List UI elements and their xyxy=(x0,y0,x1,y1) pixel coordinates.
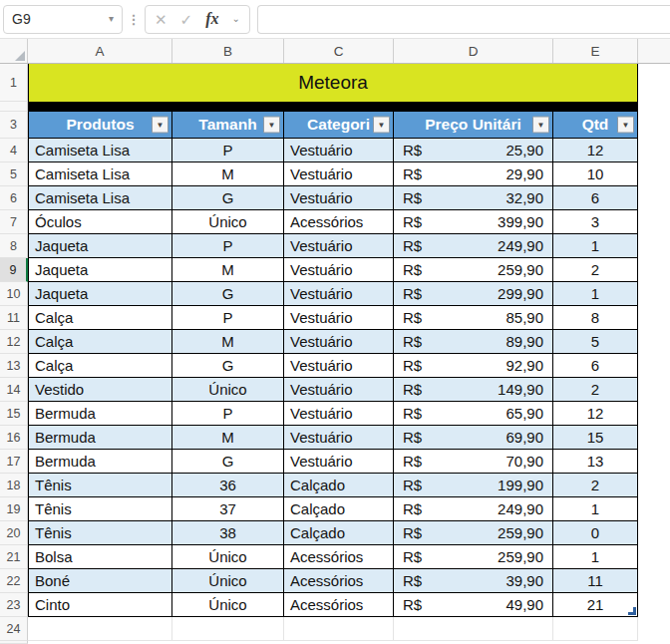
cell-categoria[interactable]: Calçado xyxy=(284,521,394,545)
row-header[interactable]: 20 xyxy=(0,521,28,545)
cell-produto[interactable]: Calça xyxy=(28,306,172,330)
row-header[interactable]: 8 xyxy=(0,234,28,258)
cell-tamanho[interactable]: P xyxy=(172,306,284,330)
cell-tamanho[interactable]: M xyxy=(172,426,284,450)
cell-tamanho[interactable]: G xyxy=(172,354,284,378)
cell-qtd[interactable]: 6 xyxy=(553,354,638,378)
cell-qtd[interactable]: 12 xyxy=(553,139,638,162)
cell-categoria[interactable]: Acessórios xyxy=(284,545,394,569)
header-cell-qtd[interactable]: Qtd ▼ xyxy=(553,112,638,139)
cell-preco-unitario[interactable]: R$259,90 xyxy=(394,258,553,282)
cell-categoria[interactable]: Vestuário xyxy=(284,378,394,402)
row-header[interactable]: 1 xyxy=(0,64,28,102)
row-header[interactable]: 6 xyxy=(0,186,28,210)
row-header[interactable]: 10 xyxy=(0,282,28,306)
cell-preco-unitario[interactable]: R$249,90 xyxy=(394,497,553,521)
cell-preco-unitario[interactable]: R$25,90 xyxy=(394,139,553,162)
cell-categoria[interactable]: Calçado xyxy=(284,474,394,497)
cell-produto[interactable]: Bermuda xyxy=(28,402,172,426)
column-header-C[interactable]: C xyxy=(284,39,394,63)
cell-produto[interactable]: Cinto xyxy=(28,593,172,617)
cell-tamanho[interactable]: Único xyxy=(172,569,284,593)
header-cell-produtos[interactable]: Produtos ▼ xyxy=(28,112,172,139)
insert-function-icon[interactable]: fx xyxy=(205,10,218,28)
cell-tamanho[interactable]: G xyxy=(172,282,284,306)
cell-produto[interactable]: Jaqueta xyxy=(28,258,172,282)
cell-tamanho[interactable]: 36 xyxy=(172,474,284,497)
row-header[interactable]: 13 xyxy=(0,354,28,378)
cell-preco-unitario[interactable]: R$65,90 xyxy=(394,402,553,426)
cell-preco-unitario[interactable]: R$85,90 xyxy=(394,306,553,330)
cell-qtd[interactable]: 2 xyxy=(553,258,638,282)
cell-produto[interactable]: Tênis xyxy=(28,497,172,521)
filter-dropdown-icon[interactable]: ▼ xyxy=(152,117,168,134)
row-header[interactable]: 17 xyxy=(0,450,28,474)
filter-dropdown-icon[interactable]: ▼ xyxy=(373,117,390,134)
cell-qtd[interactable]: 0 xyxy=(553,521,638,545)
row-header[interactable]: 22 xyxy=(0,569,28,593)
cell-categoria[interactable]: Acessórios xyxy=(284,210,394,234)
row-header[interactable]: 18 xyxy=(0,474,28,497)
cell-tamanho[interactable]: M xyxy=(172,330,284,354)
cell-categoria[interactable]: Vestuário xyxy=(284,450,394,474)
row-header[interactable]: 11 xyxy=(0,306,28,330)
cell-tamanho[interactable]: 38 xyxy=(172,521,284,545)
cell-produto[interactable]: Calça xyxy=(28,330,172,354)
cell-qtd[interactable]: 1 xyxy=(553,282,638,306)
cell-produto[interactable]: Boné xyxy=(28,569,172,593)
cell-categoria[interactable]: Vestuário xyxy=(284,139,394,162)
cell-preco-unitario[interactable]: R$70,90 xyxy=(394,450,553,474)
cell-qtd[interactable]: 2 xyxy=(553,378,638,402)
cell-categoria[interactable]: Vestuário xyxy=(284,282,394,306)
cell-qtd[interactable]: 12 xyxy=(553,402,638,426)
cell-produto[interactable]: Óculos xyxy=(28,210,172,234)
row-header[interactable]: 3 xyxy=(0,112,28,139)
cell-qtd[interactable]: 11 xyxy=(553,569,638,593)
cell-qtd[interactable]: 13 xyxy=(553,450,638,474)
filter-dropdown-icon[interactable]: ▼ xyxy=(617,117,634,134)
cell-tamanho[interactable]: Único xyxy=(172,545,284,569)
select-all-button[interactable] xyxy=(0,39,28,63)
cell-categoria[interactable]: Vestuário xyxy=(284,306,394,330)
header-cell-tamanho[interactable]: Tamanh ▼ xyxy=(172,112,284,139)
cell-qtd[interactable]: 15 xyxy=(553,426,638,450)
cell-tamanho[interactable]: Único xyxy=(172,210,284,234)
row-header[interactable]: 9 xyxy=(0,258,28,282)
row-header[interactable]: 5 xyxy=(0,162,28,186)
cell-tamanho[interactable]: G xyxy=(172,450,284,474)
cell-qtd[interactable]: 1 xyxy=(553,234,638,258)
cell-preco-unitario[interactable]: R$399,90 xyxy=(394,210,553,234)
column-header-A[interactable]: A xyxy=(28,39,172,63)
cell-tamanho[interactable]: Único xyxy=(172,593,284,617)
cell-qtd[interactable]: 5 xyxy=(553,330,638,354)
formula-input[interactable] xyxy=(257,5,670,34)
cell-categoria[interactable]: Vestuário xyxy=(284,162,394,186)
cell-preco-unitario[interactable]: R$89,90 xyxy=(394,330,553,354)
cell-produto[interactable]: Bermuda xyxy=(28,450,172,474)
cell-categoria[interactable]: Calçado xyxy=(284,497,394,521)
cell-produto[interactable]: Bolsa xyxy=(28,545,172,569)
cell-categoria[interactable]: Vestuário xyxy=(284,186,394,210)
cell-categoria[interactable]: Vestuário xyxy=(284,330,394,354)
cell-preco-unitario[interactable]: R$49,90 xyxy=(394,593,553,617)
cancel-icon[interactable]: ✕ xyxy=(155,12,168,27)
black-separator-band[interactable] xyxy=(28,102,638,112)
cell-preco-unitario[interactable]: R$259,90 xyxy=(394,521,553,545)
cell-produto[interactable]: Camiseta Lisa xyxy=(28,162,172,186)
column-header-E[interactable]: E xyxy=(553,39,638,63)
empty-cell[interactable] xyxy=(28,617,172,641)
cell-preco-unitario[interactable]: R$199,90 xyxy=(394,474,553,497)
cell-preco-unitario[interactable]: R$32,90 xyxy=(394,186,553,210)
empty-cell[interactable] xyxy=(284,617,394,641)
cell-preco-unitario[interactable]: R$249,90 xyxy=(394,234,553,258)
cell-categoria[interactable]: Vestuário xyxy=(284,426,394,450)
cell-tamanho[interactable]: M xyxy=(172,258,284,282)
cell-produto[interactable]: Jaqueta xyxy=(28,282,172,306)
enter-icon[interactable]: ✓ xyxy=(180,12,193,27)
column-header-B[interactable]: B xyxy=(172,39,284,63)
row-header[interactable]: 7 xyxy=(0,210,28,234)
empty-cell[interactable] xyxy=(394,617,553,641)
row-header[interactable]: 15 xyxy=(0,402,28,426)
row-header[interactable] xyxy=(0,102,28,112)
cell-tamanho[interactable]: 37 xyxy=(172,497,284,521)
